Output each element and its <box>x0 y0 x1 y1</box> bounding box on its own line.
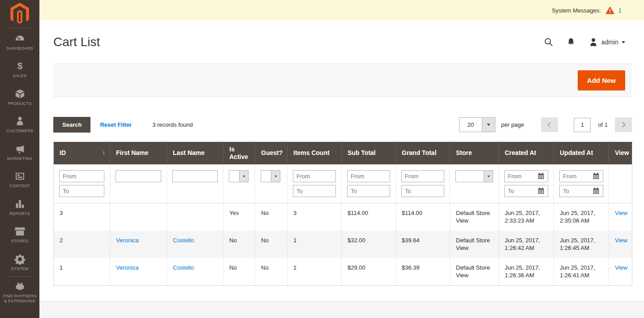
column-header-store[interactable]: Store <box>450 142 499 164</box>
guest-filter-select[interactable] <box>261 170 280 182</box>
filter-cell-first-name <box>110 164 167 203</box>
admin-account-menu[interactable]: admin <box>588 37 625 47</box>
cell-guest: No <box>255 258 288 286</box>
per-page-dropdown-button[interactable] <box>482 118 495 132</box>
sub-total-from-filter-input[interactable] <box>347 170 390 182</box>
per-page-value: 20 <box>459 118 482 132</box>
last-name-link[interactable]: Costello <box>173 237 194 244</box>
filter-cell-sub-total <box>342 164 396 203</box>
sidebar-item-products[interactable]: PRODUCTS <box>0 83 39 111</box>
user-avatar-icon <box>588 37 598 47</box>
per-page-select[interactable]: 20 <box>459 117 495 132</box>
dropdown-button[interactable] <box>484 171 493 182</box>
previous-page-button[interactable] <box>541 117 558 132</box>
grand-total-from-filter-input[interactable] <box>401 170 444 182</box>
extensions-icon <box>14 281 26 292</box>
filter-cell-store <box>450 164 499 203</box>
column-header-items-count[interactable]: Items Count <box>288 142 342 164</box>
sidebar-item-sales[interactable]: $ SALES <box>0 56 39 84</box>
first-name-link[interactable]: Veronica <box>116 264 139 271</box>
admin-username: admin <box>601 39 618 46</box>
sidebar-item-label: CONTENT <box>8 184 31 189</box>
items-count-from-filter-input[interactable] <box>293 170 336 182</box>
view-link[interactable]: View <box>615 237 627 244</box>
sidebar-item-customers[interactable]: CUSTOMERS <box>0 111 39 139</box>
magento-logo-icon <box>9 2 30 26</box>
page-footer <box>39 301 644 318</box>
last-name-link[interactable]: Costello <box>173 264 194 271</box>
sidebar-item-dashboard[interactable]: DASHBOARD <box>0 28 39 56</box>
sidebar-item-label: STORES <box>10 239 30 244</box>
cell-is-active: Yes <box>223 203 255 231</box>
id-to-filter-input[interactable] <box>59 185 104 197</box>
column-header-guest[interactable]: Guest? <box>255 142 288 164</box>
column-header-last-name[interactable]: Last Name <box>167 142 223 164</box>
system-messages-link[interactable]: 1 <box>605 6 622 14</box>
system-messages-count: 1 <box>618 7 622 14</box>
column-header-updated-at[interactable]: Updated At <box>554 142 609 164</box>
created-at-from-filter-input[interactable] <box>505 171 537 182</box>
reset-filter-link[interactable]: Reset Filter <box>100 121 132 128</box>
sidebar-item-content[interactable]: CONTENT <box>0 166 39 194</box>
search-button[interactable]: Search <box>53 117 90 133</box>
updated-at-from-date-field <box>559 170 603 182</box>
column-header-is-active[interactable]: Is Active <box>223 142 255 164</box>
grid-header-row: ID ↑ First Name Last Name Is Active Gues… <box>54 142 632 164</box>
calendar-icon[interactable] <box>592 172 600 180</box>
sidebar-item-reports[interactable]: REPORTS <box>0 193 39 221</box>
store-filter-select[interactable] <box>455 170 493 182</box>
page-number-input[interactable] <box>574 118 591 132</box>
column-header-created-at[interactable]: Created At <box>499 142 554 164</box>
cell-created-at: Jun 25, 2017, 1:26:36 AM <box>499 258 554 286</box>
sidebar-item-label: PRODUCTS <box>7 101 33 106</box>
column-header-first-name[interactable]: First Name <box>110 142 167 164</box>
calendar-icon[interactable] <box>592 187 600 195</box>
sidebar-item-label: SYSTEM <box>10 266 30 271</box>
updated-at-from-filter-input[interactable] <box>560 171 592 182</box>
filter-cell-updated-at <box>554 164 609 203</box>
filter-cell-items-count <box>288 164 342 203</box>
items-count-to-filter-input[interactable] <box>293 185 336 197</box>
updated-at-to-filter-input[interactable] <box>560 185 592 197</box>
header-actions: admin <box>544 37 625 47</box>
first-name-link[interactable]: Veronica <box>116 237 139 244</box>
customers-icon <box>14 116 26 127</box>
is-active-filter-select[interactable] <box>229 170 249 182</box>
column-header-sub-total[interactable]: Sub Total <box>342 142 396 164</box>
view-link[interactable]: View <box>615 210 627 216</box>
search-icon[interactable] <box>544 37 554 47</box>
created-at-to-filter-input[interactable] <box>505 185 537 197</box>
notifications-bell-icon[interactable] <box>566 37 576 47</box>
calendar-icon[interactable] <box>537 172 545 180</box>
sidebar-item-find-partners[interactable]: FIND PARTNERS & EXTENSIONS <box>0 277 39 308</box>
sub-total-to-filter-input[interactable] <box>347 185 390 197</box>
created-at-from-date-field <box>504 170 548 182</box>
sidebar-item-label: CUSTOMERS <box>5 129 34 133</box>
next-page-button[interactable] <box>615 117 632 132</box>
dashboard-icon <box>14 33 26 44</box>
first-name-filter-input[interactable] <box>116 170 161 182</box>
sidebar-item-system[interactable]: SYSTEM <box>0 249 39 276</box>
cell-last-name <box>167 203 223 231</box>
cell-store: Default Store View <box>450 258 499 286</box>
sidebar-item-marketing[interactable]: MARKETING <box>0 138 39 166</box>
view-link[interactable]: View <box>615 264 627 271</box>
records-found-text: 3 records found <box>152 121 193 128</box>
column-header-grand-total[interactable]: Grand Total <box>396 142 450 164</box>
warning-icon <box>605 6 614 14</box>
column-header-id[interactable]: ID ↑ <box>54 142 110 164</box>
filter-cell-view <box>609 164 632 203</box>
add-new-button[interactable]: Add New <box>578 70 625 90</box>
sidebar-item-stores[interactable]: STORES <box>0 221 39 249</box>
grid-controls: Search Reset Filter 3 records found 20 p… <box>53 117 632 133</box>
cell-sub-total: $29.00 <box>342 258 396 286</box>
last-name-filter-input[interactable] <box>172 170 218 182</box>
dropdown-button[interactable] <box>271 171 280 182</box>
id-from-filter-input[interactable] <box>59 170 104 182</box>
calendar-icon[interactable] <box>537 187 545 195</box>
magento-logo[interactable] <box>0 0 39 28</box>
cell-created-at: Jun 25, 2017, 1:26:42 AM <box>499 231 554 258</box>
dropdown-button[interactable] <box>239 171 248 182</box>
grand-total-to-filter-input[interactable] <box>401 185 444 197</box>
sidebar-item-label: FIND PARTNERS & EXTENSIONS <box>0 294 39 304</box>
